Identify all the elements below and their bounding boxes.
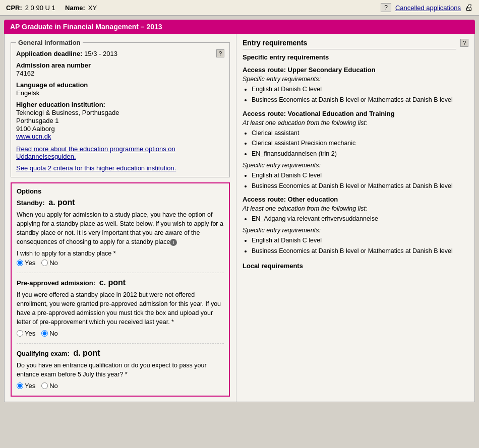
top-bar-left: CPR: 2 0 90 U 1 Name: XY	[6, 4, 97, 12]
entry-requirements-help-button[interactable]: ?	[460, 39, 468, 47]
general-info-title: General information	[16, 39, 83, 46]
right-column: Entry requirements ? Specific entry requ…	[236, 34, 474, 402]
wish-label: I wish to apply for a standby place *	[17, 250, 224, 257]
entry-requirements-title: Entry requirements	[243, 39, 456, 49]
vocational-list-label: At least one education from the followin…	[243, 119, 468, 126]
preapproved-radio-group: Yes No	[17, 330, 224, 337]
name-label: Name:	[65, 4, 85, 12]
preapproved-value: c. pont	[99, 278, 126, 287]
language-label: Language of education	[16, 81, 224, 89]
general-info-help-button[interactable]: ?	[216, 49, 224, 57]
cpr-label: CPR:	[6, 4, 22, 12]
preapproved-yes-radio[interactable]	[17, 330, 23, 337]
qualifying-value: d. pont	[73, 349, 100, 357]
standby-radio-group: Yes No	[17, 259, 224, 267]
other-list-label: At least one education from the followin…	[243, 205, 468, 212]
preapproved-no-label[interactable]: No	[41, 330, 58, 337]
qualifying-yes-label[interactable]: Yes	[17, 382, 35, 390]
quota2-link[interactable]: See quota 2 criteria for this higher edu…	[16, 164, 176, 172]
upper-secondary-section: Access route: Upper Secondary Education …	[243, 66, 468, 105]
standby-value: a. pont	[48, 198, 75, 207]
list-item: English at Danish C level	[252, 171, 468, 180]
list-item: Clerical assistant	[252, 129, 468, 138]
standby-yes-radio[interactable]	[17, 260, 23, 266]
vocational-specific-label: Specific entry requirements:	[243, 162, 468, 169]
vocational-section: Access route: Vocational Education and T…	[243, 110, 468, 191]
list-item: English at Danish C level	[252, 85, 468, 94]
local-requirements-label: Local requirements	[243, 262, 468, 270]
qualifying-label: Qualifying exam:	[17, 350, 70, 357]
deadline-value: 15/3 - 2013	[84, 50, 117, 57]
vocational-label: Access route: Vocational Education and T…	[243, 110, 468, 117]
vocational-specific-list: English at Danish C level Business Econo…	[252, 171, 468, 191]
institution-name: Teknologi & Business, Porthusgade	[16, 109, 224, 116]
options-section: Options Standby: a. pont When you apply …	[11, 182, 230, 397]
standby-desc: When you apply for admission to a study …	[17, 210, 224, 247]
institution-label: Higher education institution:	[16, 101, 224, 108]
deadline-row: Application deadline: 15/3 - 2013 ?	[16, 49, 224, 57]
vocational-list: Clerical assistant Clerical assistant Pr…	[252, 129, 468, 159]
other-label: Access route: Other education	[243, 196, 468, 203]
cancelled-applications-link[interactable]: Cancelled applications	[395, 4, 461, 12]
qualifying-radio-group: Yes No	[17, 382, 224, 390]
other-specific-list: English at Danish C level Business Econo…	[252, 236, 468, 256]
preapproved-no-radio[interactable]	[41, 330, 48, 337]
page-title: AP Graduate in Financial Management – 20…	[4, 20, 475, 34]
standby-info-icon[interactable]: i	[170, 239, 177, 246]
qualifying-yes-radio[interactable]	[17, 382, 23, 389]
preapproved-yes-label[interactable]: Yes	[17, 330, 35, 337]
other-education-section: Access route: Other education At least o…	[243, 196, 468, 255]
list-item: Business Economics at Danish B level or …	[252, 181, 468, 191]
list-item: Business Economics at Danish B level or …	[252, 95, 468, 105]
other-specific-label: Specific entry requirements:	[243, 227, 468, 234]
institution-website-link[interactable]: www.ucn.dk	[16, 133, 51, 140]
content-area: General information Application deadline…	[4, 34, 475, 402]
standby-subsection: Standby: a. pont	[17, 198, 224, 207]
name-value: XY	[88, 4, 97, 12]
upper-secondary-label: Access route: Upper Secondary Education	[243, 66, 468, 74]
deadline-text: Application deadline: 15/3 - 2013	[16, 50, 117, 57]
deadline-label: Application deadline:	[16, 50, 82, 57]
standby-no-radio[interactable]	[41, 260, 48, 266]
general-info-section: General information Application deadline…	[11, 39, 230, 177]
top-bar-right: ? Cancelled applications 🖨	[381, 3, 473, 12]
preapproved-label: Pre-approved admission:	[17, 279, 95, 287]
upper-secondary-list: English at Danish C level Business Econo…	[252, 85, 468, 105]
upper-secondary-specific-label: Specific entry requirements:	[243, 76, 468, 83]
list-item: EN_finansuddannelsen (trin 2)	[252, 149, 468, 159]
list-item: English at Danish C level	[252, 236, 468, 245]
left-column: General information Application deadline…	[5, 34, 236, 402]
standby-label: Standby:	[17, 199, 45, 207]
list-item: Clerical assistant Precision mechanic	[252, 139, 468, 148]
read-more-link[interactable]: Read more about the education programme …	[16, 145, 175, 160]
standby-yes-label[interactable]: Yes	[17, 259, 35, 267]
preapproved-subsection: Pre-approved admission: c. pont If you w…	[17, 273, 224, 338]
options-title: Options	[17, 187, 224, 195]
qualifying-no-label[interactable]: No	[41, 382, 58, 390]
qualifying-no-radio[interactable]	[41, 382, 48, 389]
main-wrapper: AP Graduate in Financial Management – 20…	[0, 16, 479, 406]
top-bar: CPR: 2 0 90 U 1 Name: XY ? Cancelled app…	[0, 0, 479, 16]
institution-address2: 9100 Aalborg	[16, 125, 224, 133]
help-button[interactable]: ?	[381, 3, 391, 12]
specific-entry-requirements-title: Specific entry requirements	[243, 53, 468, 61]
list-item: Business Economics at Danish B level or …	[252, 246, 468, 256]
entry-requirements-header: Entry requirements ?	[243, 39, 468, 49]
admission-area-label: Admission area number	[16, 61, 224, 69]
standby-no-label[interactable]: No	[41, 259, 58, 267]
qualifying-desc: Do you have an entrance qualification or…	[17, 361, 224, 379]
printer-icon[interactable]: 🖨	[465, 3, 473, 12]
language-value: Engelsk	[16, 89, 224, 97]
list-item: EN_Adgang via relevant erhvervsuddannels…	[252, 214, 468, 224]
institution-address1: Porthusgade 1	[16, 117, 224, 124]
admission-area-value: 74162	[16, 70, 224, 77]
other-list: EN_Adgang via relevant erhvervsuddannels…	[252, 214, 468, 224]
preapproved-desc: If you were offered a standby place in 2…	[17, 290, 224, 327]
qualifying-subsection: Qualifying exam: d. pont Do you have an …	[17, 343, 224, 390]
cpr-value: 2 0 90 U 1	[25, 4, 55, 12]
